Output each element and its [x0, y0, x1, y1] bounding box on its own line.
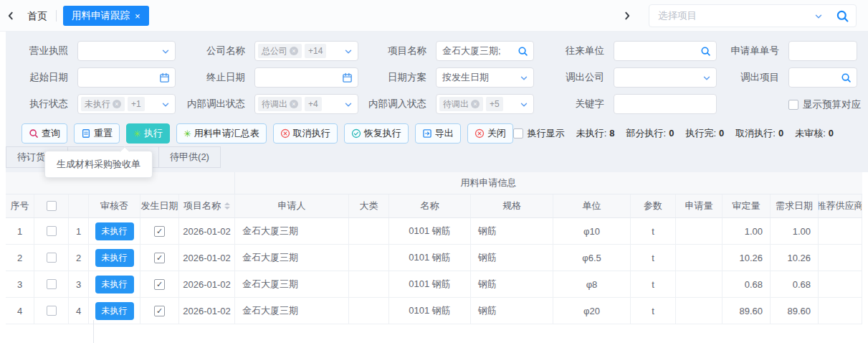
search-icon[interactable]: [518, 46, 528, 57]
exec-status-multiselect[interactable]: 未执行× +1: [77, 94, 176, 114]
col-apply-qty: 申请量: [676, 194, 722, 217]
col-category: 大类: [349, 194, 389, 217]
row-checkbox[interactable]: [47, 226, 57, 236]
project-name-value: 金石大厦三期;: [442, 42, 501, 60]
cell-seq: 3: [6, 271, 34, 297]
row-checkbox[interactable]: [47, 279, 57, 289]
tooltip-text: 生成材料采购验收单: [57, 159, 140, 169]
col-project-name[interactable]: 项目名称: [179, 194, 235, 217]
keyword-input[interactable]: [614, 94, 717, 114]
tag-label: 总公司: [262, 45, 287, 57]
calendar-icon[interactable]: [159, 72, 170, 83]
project-select[interactable]: 选择项目: [649, 4, 857, 27]
row-checkbox[interactable]: [47, 306, 57, 316]
wrap-display-checkbox[interactable]: [513, 128, 523, 138]
topbar: 首页 用料申请跟踪 × 选择项目: [0, 0, 868, 32]
cell-project: 金石大厦三期: [235, 245, 349, 271]
status-badge[interactable]: 未执行: [95, 249, 134, 267]
field-label-project-name: 项目名称: [351, 41, 426, 61]
cell-spec: 钢筋: [471, 218, 553, 244]
back-chevron-icon[interactable]: [6, 11, 16, 21]
cancel-execute-button[interactable]: 取消执行: [273, 123, 338, 144]
circle-x-icon: [280, 128, 290, 138]
reset-button-label: 重置: [94, 127, 113, 140]
close-icon[interactable]: ×: [135, 11, 140, 21]
cell-flag: ✓: [140, 245, 179, 271]
resume-execute-button[interactable]: 恢复执行: [344, 123, 409, 144]
internal-out-status-multiselect[interactable]: 待调出× +4: [254, 94, 358, 114]
more-tags-badge: +1: [128, 97, 145, 111]
cell-name: 0101 钢筋: [389, 271, 471, 297]
select-all-checkbox[interactable]: [47, 201, 57, 211]
stat-unaudited: 未审核:0: [795, 127, 834, 140]
cell-unit: φ10: [553, 218, 631, 244]
search-icon[interactable]: [841, 72, 852, 83]
search-icon[interactable]: [836, 9, 849, 23]
tab-owner-supplied[interactable]: 待甲供(2): [158, 146, 221, 168]
selected-tag: 待调出×: [439, 97, 483, 111]
export-button[interactable]: 导出: [415, 123, 461, 144]
cell-date: 2026-01-02: [179, 298, 235, 324]
tag-label: 待调出: [262, 98, 287, 111]
cell-flag: ✓: [140, 271, 179, 297]
col-need-date: 需求日期: [771, 194, 819, 217]
tab-home[interactable]: 首页: [27, 0, 47, 32]
close-button-label: 关闭: [487, 127, 506, 140]
expand-chevron-icon[interactable]: [622, 11, 632, 21]
reset-button[interactable]: 重置: [74, 123, 120, 144]
cell-select: [34, 245, 69, 271]
export-button-label: 导出: [435, 127, 454, 140]
remove-tag-icon[interactable]: ×: [471, 100, 480, 108]
date-scheme-select[interactable]: 按发生日期: [436, 67, 534, 88]
checked-checkbox[interactable]: ✓: [154, 279, 165, 290]
project-name-input[interactable]: 金石大厦三期;: [436, 41, 534, 61]
search-icon: [29, 128, 39, 138]
project-select-placeholder: 选择项目: [658, 5, 697, 27]
checked-checkbox[interactable]: ✓: [154, 253, 165, 263]
checked-checkbox[interactable]: ✓: [154, 226, 165, 237]
summary-report-button-label: 用料申请汇总表: [194, 127, 259, 140]
start-date-input[interactable]: [77, 67, 176, 88]
cell-category: [349, 245, 389, 271]
status-badge[interactable]: 未执行: [95, 222, 134, 240]
sort-icon[interactable]: [224, 202, 230, 210]
remove-tag-icon[interactable]: ×: [290, 100, 298, 108]
tab-material-tracking[interactable]: 用料申请跟踪 ×: [63, 6, 149, 26]
query-button[interactable]: 查询: [22, 123, 67, 144]
stat-executed: 执行完:0: [685, 127, 724, 140]
more-tags-badge: +14: [305, 44, 326, 58]
internal-in-status-multiselect[interactable]: 待调出× +5: [436, 94, 534, 114]
cell-name: 0101 钢筋: [389, 298, 471, 324]
stat-partial-executed: 部分执行:0: [626, 127, 674, 140]
out-project-input[interactable]: [788, 67, 857, 88]
business-license-select[interactable]: [77, 41, 176, 61]
status-badge[interactable]: 未执行: [95, 302, 134, 320]
checked-checkbox[interactable]: ✓: [154, 306, 165, 316]
cell-audit: 未执行: [89, 245, 140, 271]
execute-button[interactable]: ✳ 执行: [126, 123, 170, 144]
apply-no-input[interactable]: [788, 41, 857, 61]
summary-report-button[interactable]: ✳ 用料申请汇总表: [176, 123, 267, 144]
table-panel: 用料申请信息 序号 审核否 发生日期 项目名称 申请人 大类 名称 规格 单位 …: [6, 172, 868, 343]
remove-tag-icon[interactable]: ×: [290, 47, 298, 55]
cell-apply-qty: [676, 298, 722, 324]
close-button[interactable]: 关闭: [467, 123, 513, 144]
col-seq: 序号: [6, 194, 34, 217]
end-date-input[interactable]: [254, 67, 358, 88]
remove-tag-icon[interactable]: ×: [113, 100, 121, 108]
col-approved-qty: 审定量: [722, 194, 771, 217]
cell-supplier: [819, 298, 862, 324]
col-name: 名称: [389, 194, 471, 217]
row-checkbox[interactable]: [47, 253, 57, 263]
frozen-column-divider: [93, 320, 94, 343]
cell-need-date: 10.26: [771, 245, 819, 271]
cell-unit: φ8: [553, 271, 631, 297]
export-icon: [422, 128, 432, 138]
status-badge[interactable]: 未执行: [95, 276, 134, 293]
show-budget-checkbox[interactable]: [788, 100, 798, 110]
selected-tag: 待调出×: [258, 97, 302, 111]
stat-cancelled: 取消执行:0: [735, 127, 783, 140]
cell-unit: φ20: [553, 298, 631, 324]
company-name-multiselect[interactable]: 总公司× +14: [254, 41, 358, 61]
field-label-business-license: 营业执照: [6, 41, 68, 61]
